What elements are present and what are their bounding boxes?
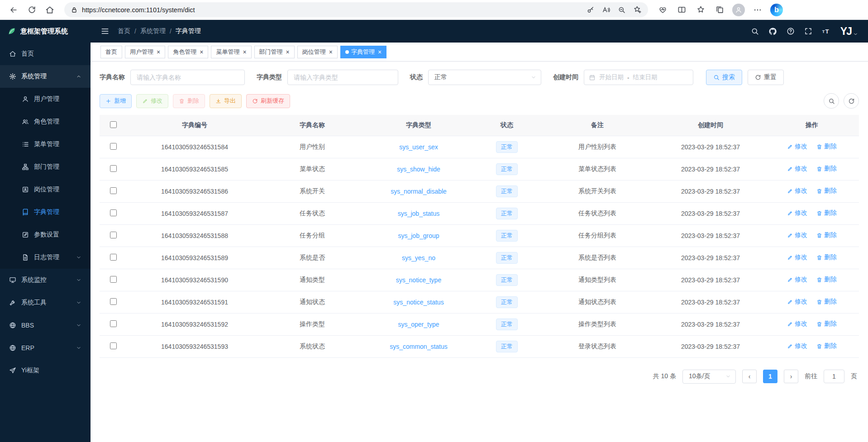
browser-back-button[interactable] — [5, 2, 22, 18]
date-range-picker[interactable]: 开始日期 - 结束日期 — [584, 70, 693, 85]
row-edit-link[interactable]: 修改 — [787, 209, 807, 217]
row-edit-link[interactable]: 修改 — [787, 342, 807, 350]
row-checkbox[interactable] — [110, 232, 117, 238]
row-delete-link[interactable]: 删除 — [816, 342, 837, 350]
row-edit-link[interactable]: 修改 — [787, 165, 807, 173]
tab-role-manage[interactable]: 角色管理× — [168, 46, 208, 58]
tab-close-icon[interactable]: × — [329, 49, 333, 55]
browser-home-button[interactable] — [42, 2, 58, 18]
sidebar-item-home[interactable]: 首页 — [0, 43, 91, 65]
row-checkbox[interactable] — [110, 187, 117, 194]
add-favorite-icon[interactable] — [633, 5, 642, 14]
saved-password-icon[interactable] — [587, 6, 595, 14]
split-screen-button[interactable] — [673, 2, 690, 18]
tab-close-icon[interactable]: × — [157, 49, 160, 55]
sidebar-collapse-button[interactable] — [100, 27, 110, 36]
row-delete-link[interactable]: 删除 — [816, 165, 837, 173]
github-button[interactable] — [768, 27, 777, 36]
dict-type-link[interactable]: sys_job_status — [398, 210, 440, 217]
row-edit-link[interactable]: 修改 — [787, 231, 807, 239]
toggle-search-button[interactable] — [824, 93, 839, 109]
fullscreen-button[interactable] — [804, 27, 812, 35]
row-delete-link[interactable]: 删除 — [816, 298, 837, 306]
read-aloud-icon[interactable] — [602, 5, 610, 14]
status-select[interactable]: 正常 — [428, 70, 541, 85]
edit-button[interactable]: 修改 — [136, 94, 168, 108]
sidebar-item-param-settings[interactable]: 参数设置 — [0, 223, 91, 246]
copilot-bing-icon[interactable]: b — [770, 4, 783, 16]
row-edit-link[interactable]: 修改 — [787, 143, 807, 151]
dict-type-link[interactable]: sys_show_hide — [397, 166, 440, 173]
favorites-button[interactable] — [692, 2, 709, 18]
app-logo[interactable]: 意框架管理系统 — [0, 20, 91, 43]
dict-type-link[interactable]: sys_notice_type — [396, 276, 441, 284]
dict-type-link[interactable]: sys_notice_status — [393, 299, 444, 306]
sidebar-item-system-monitor[interactable]: 系统监控 — [0, 269, 91, 291]
tab-dict-manage[interactable]: 字典管理× — [340, 46, 386, 58]
font-size-button[interactable] — [822, 27, 831, 36]
refresh-cache-button[interactable]: 刷新缓存 — [246, 94, 290, 108]
browser-essentials-button[interactable] — [654, 2, 671, 18]
goto-page-input[interactable] — [824, 370, 844, 383]
tab-user-manage[interactable]: 用户管理× — [125, 46, 165, 58]
tab-post-manage[interactable]: 岗位管理× — [297, 46, 338, 58]
row-delete-link[interactable]: 删除 — [816, 143, 837, 151]
row-checkbox[interactable] — [110, 165, 117, 172]
dict-type-link[interactable]: sys_user_sex — [399, 143, 438, 151]
row-delete-link[interactable]: 删除 — [816, 231, 837, 239]
row-edit-link[interactable]: 修改 — [787, 320, 807, 328]
sidebar-item-dept-manage[interactable]: 部门管理 — [0, 156, 91, 178]
tab-home[interactable]: 首页 — [100, 46, 122, 58]
row-checkbox[interactable] — [110, 143, 117, 150]
tab-close-icon[interactable]: × — [200, 49, 203, 55]
row-edit-link[interactable]: 修改 — [787, 187, 807, 195]
delete-button[interactable]: 删除 — [173, 94, 205, 108]
row-edit-link[interactable]: 修改 — [787, 298, 807, 306]
row-delete-link[interactable]: 删除 — [816, 209, 837, 217]
sidebar-item-log-manage[interactable]: 日志管理 — [0, 246, 91, 269]
row-delete-link[interactable]: 删除 — [816, 187, 837, 195]
sidebar-item-user-manage[interactable]: 用户管理 — [0, 88, 91, 110]
browser-settings-menu-button[interactable] — [749, 2, 766, 18]
row-checkbox[interactable] — [110, 254, 117, 261]
zoom-out-icon[interactable] — [618, 6, 626, 14]
user-avatar-menu[interactable]: YJ — [840, 26, 858, 37]
dict-type-input[interactable] — [287, 70, 398, 85]
sidebar-item-post-manage[interactable]: 岗位管理 — [0, 178, 91, 201]
sidebar-item-dict-manage[interactable]: 字典管理 — [0, 201, 91, 223]
prev-page-button[interactable]: ‹ — [742, 370, 757, 383]
next-page-button[interactable]: › — [784, 370, 798, 383]
tab-close-icon[interactable]: × — [243, 49, 246, 55]
address-bar[interactable]: https://ccnetcore.com:1101/system/dict — [64, 2, 648, 17]
tab-menu-manage[interactable]: 菜单管理× — [211, 46, 251, 58]
sidebar-item-erp[interactable]: ERP — [0, 337, 91, 359]
dict-name-input[interactable] — [130, 70, 245, 85]
help-button[interactable] — [787, 27, 795, 35]
tab-close-icon[interactable]: × — [286, 49, 290, 55]
sidebar-item-yi-framework[interactable]: Yi框架 — [0, 359, 91, 382]
breadcrumb-home[interactable]: 首页 — [118, 27, 130, 35]
dict-type-link[interactable]: sys_common_status — [390, 343, 448, 350]
sidebar-item-menu-manage[interactable]: 菜单管理 — [0, 133, 91, 156]
export-button[interactable]: 导出 — [210, 94, 242, 108]
page-size-select[interactable]: 10条/页 — [682, 370, 736, 384]
search-button[interactable]: 搜索 — [706, 70, 742, 85]
page-1-button[interactable]: 1 — [763, 370, 777, 383]
breadcrumb-system-manage[interactable]: 系统管理 — [140, 27, 166, 35]
dict-type-link[interactable]: sys_job_group — [398, 232, 439, 239]
select-all-checkbox[interactable] — [110, 121, 117, 128]
row-delete-link[interactable]: 删除 — [816, 276, 837, 284]
row-checkbox[interactable] — [110, 209, 117, 216]
row-edit-link[interactable]: 修改 — [787, 253, 807, 261]
row-checkbox[interactable] — [110, 276, 117, 283]
header-search-button[interactable] — [751, 27, 759, 35]
refresh-table-button[interactable] — [844, 93, 859, 109]
dict-type-link[interactable]: sys_oper_type — [398, 321, 439, 328]
row-delete-link[interactable]: 删除 — [816, 253, 837, 261]
browser-refresh-button[interactable] — [24, 2, 40, 18]
add-button[interactable]: 新增 — [100, 94, 132, 108]
sidebar-item-bbs[interactable]: BBS — [0, 314, 91, 337]
row-delete-link[interactable]: 删除 — [816, 320, 837, 328]
sidebar-item-role-manage[interactable]: 角色管理 — [0, 110, 91, 133]
dict-type-link[interactable]: sys_normal_disable — [391, 188, 447, 195]
